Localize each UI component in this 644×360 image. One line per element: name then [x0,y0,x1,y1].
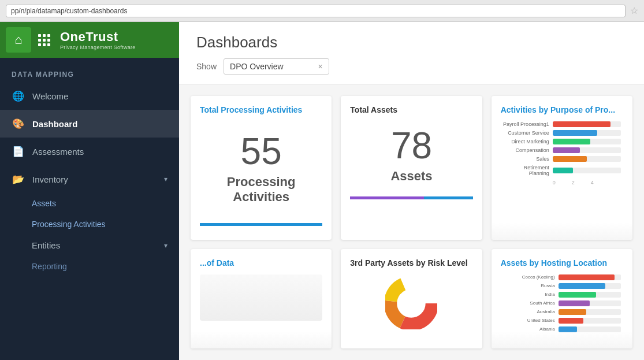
assets-bar [350,196,472,199]
activities-bar-chart: Payroll Processing1 Customer Service Dir… [501,121,623,176]
document-icon: 📄 [12,145,24,158]
bar-row-us: United States [503,318,621,324]
total-processing-title: Total Processing Activities [200,105,322,114]
main-content: Dashboards Show DPO Overview × Total Pro… [179,22,644,360]
bar-row-direct: Direct Marketing [503,139,621,144]
processing-stat: 55 ProcessingActivities [200,121,322,216]
show-label: Show [196,62,217,71]
sidebar-item-dashboard-label: Dashboard [32,119,77,129]
hosting-location-title: Assets by Hosting Location [501,258,623,268]
pie-chart [350,274,472,332]
bar-row-india: India [503,292,621,298]
section-label: DATA MAPPING [0,64,179,82]
header-bar: ⌂ OneTrust Privacy Management Software [0,22,179,58]
brand-logo: OneTrust Privacy Management Software [60,29,136,50]
sidebar: ⌂ OneTrust Privacy Management Software D… [0,22,179,360]
grid-icon [38,34,51,46]
activities-by-purpose-card: Activities by Purpose of Pro... Payroll … [492,96,632,240]
activities-by-purpose-title: Activities by Purpose of Pro... [501,105,623,114]
bar-row-albania: Albania [503,326,621,332]
bar-row-russia: Russia [503,283,621,289]
brand-sub: Privacy Management Software [60,44,136,50]
page-title: Dashboards [196,34,627,51]
palette-icon: 🎨 [12,117,24,130]
sidebar-nav: DATA MAPPING 🌐 Welcome 🎨 Dashboard 📄 Ass… [0,58,179,277]
hosting-location-card: Assets by Hosting Location Cocos (Keelin… [492,249,632,349]
bookmark-icon[interactable]: ☆ [630,5,638,16]
show-select-value: DPO Overview [230,62,284,71]
browser-bar: pp/n/pia/datamap/custom-dashboards ☆ [0,0,644,22]
bar-row-customer: Customer Service [503,130,621,136]
sidebar-item-assessments[interactable]: 📄 Assessments [0,138,179,165]
bar-row-compensation: Compensation [503,147,621,153]
globe-icon: 🌐 [12,90,24,102]
bar-label-russia: Russia [503,283,555,288]
x-axis: 0 2 4 [501,180,623,185]
sidebar-item-reporting[interactable]: Reporting [0,256,179,277]
chevron-down-icon: ▾ [164,175,167,183]
total-processing-card: Total Processing Activities 55 Processin… [191,96,332,240]
sidebar-item-inventory[interactable]: 📂 Inventory ▾ [0,165,179,193]
bar-row-south-africa: South Africa [503,300,621,306]
home-icon: ⌂ [14,32,22,47]
sidebar-item-welcome-label: Welcome [32,91,68,101]
sidebar-item-entities-label: Entities [32,240,60,250]
bar-label-australia: Australia [503,309,555,314]
brand-name: OneTrust [60,29,136,44]
bar-row-payroll: Payroll Processing1 [503,121,621,127]
bar-label-compensation: Compensation [503,147,549,153]
sidebar-item-assessments-label: Assessments [32,147,84,157]
assets-label: Assets [390,169,432,184]
third-party-risk-title: 3rd Party Assets by Risk Level [350,258,472,268]
assets-number: 78 [391,127,432,164]
dashboard-grid: Total Processing Activities 55 Processin… [179,84,644,360]
bar-label-direct: Direct Marketing [503,139,549,144]
of-data-title: ...of Data [200,258,322,268]
total-assets-title: Total Assets [350,105,472,114]
page-header: Dashboards Show DPO Overview × [179,22,644,84]
total-assets-card: Total Assets 78 Assets [341,96,482,240]
bar-row-cocos: Cocos (Keeling) [503,274,621,280]
hosting-bar-chart: Cocos (Keeling) Russia India South Afric… [501,274,623,332]
sidebar-item-entities[interactable]: Entities ▾ [0,235,179,256]
bar-row-sales: Sales [503,156,621,162]
folder-icon: 📂 [12,173,24,185]
bar-label-cocos: Cocos (Keeling) [503,274,555,280]
sidebar-item-dashboard[interactable]: 🎨 Dashboard [0,110,179,138]
sidebar-item-assets-label: Assets [32,199,56,208]
bar-label-customer: Customer Service [503,130,549,136]
show-row: Show DPO Overview × [196,58,627,75]
processing-label: ProcessingActivities [227,175,296,205]
bar-label-south-africa: South Africa [503,300,555,306]
url-bar[interactable]: pp/n/pia/datamap/custom-dashboards [6,5,626,17]
sidebar-item-assets[interactable]: Assets [0,193,179,214]
sidebar-item-reporting-label: Reporting [32,262,67,271]
third-party-risk-card: 3rd Party Assets by Risk Level [341,249,482,349]
sidebar-item-processing-activities[interactable]: Processing Activities [0,214,179,235]
bar-row-retirement: Retirement Planning [503,165,621,176]
clear-filter-button[interactable]: × [318,62,323,71]
bar-label-payroll: Payroll Processing1 [503,121,549,127]
logo-icon-wrap: ⌂ [6,27,31,53]
processing-number: 55 [241,133,282,170]
of-data-content [200,274,322,321]
bar-label-sales: Sales [503,156,549,162]
assets-stat: 78 Assets [350,121,472,190]
bar-label-india: India [503,292,555,297]
bar-label-us: United States [503,318,555,323]
chevron-down-icon-entities: ▾ [164,242,167,250]
sidebar-item-inventory-label: Inventory [32,175,68,184]
sidebar-item-welcome[interactable]: 🌐 Welcome [0,82,179,110]
of-data-card: ...of Data [191,249,332,349]
bar-label-albania: Albania [503,326,555,332]
app-container: ⌂ OneTrust Privacy Management Software D… [0,22,644,360]
bar-label-retirement: Retirement Planning [503,165,549,176]
show-select[interactable]: DPO Overview × [224,58,329,75]
sidebar-item-processing-label: Processing Activities [32,220,106,229]
processing-bar [200,223,322,226]
bar-row-australia: Australia [503,309,621,315]
